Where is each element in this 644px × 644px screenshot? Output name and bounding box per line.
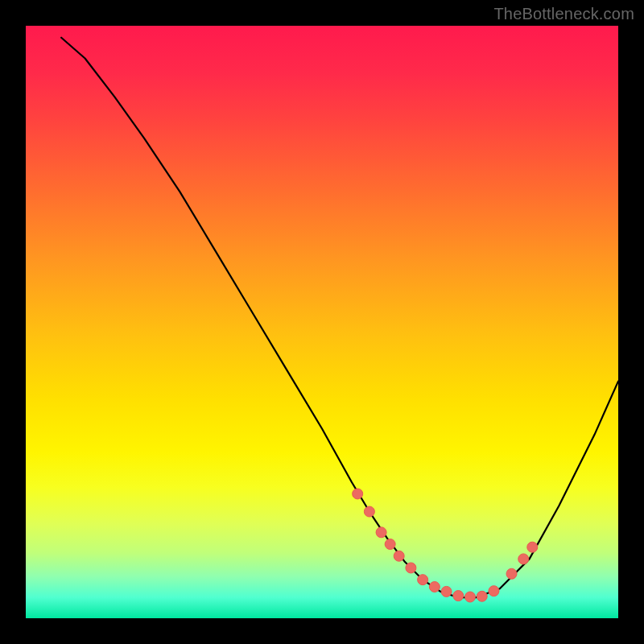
data-point bbox=[489, 586, 499, 597]
plot-area bbox=[26, 26, 618, 618]
data-point bbox=[477, 591, 487, 601]
chart-overlay bbox=[26, 26, 618, 618]
data-point bbox=[429, 581, 440, 592]
data-point bbox=[506, 568, 517, 579]
data-point bbox=[527, 542, 538, 552]
data-points bbox=[353, 489, 538, 602]
data-point bbox=[394, 551, 404, 561]
data-point bbox=[518, 554, 529, 564]
data-point bbox=[406, 563, 416, 573]
data-point bbox=[385, 539, 395, 550]
watermark-text: TheBottleneck.com bbox=[493, 5, 634, 23]
data-point bbox=[364, 506, 374, 517]
data-point bbox=[465, 592, 476, 602]
data-point bbox=[453, 591, 464, 601]
data-point bbox=[376, 527, 386, 538]
chart-frame: TheBottleneck.com bbox=[0, 0, 644, 644]
data-point bbox=[418, 575, 428, 585]
data-point bbox=[353, 489, 363, 499]
data-point bbox=[441, 586, 452, 597]
bottleneck-curve bbox=[61, 38, 618, 598]
